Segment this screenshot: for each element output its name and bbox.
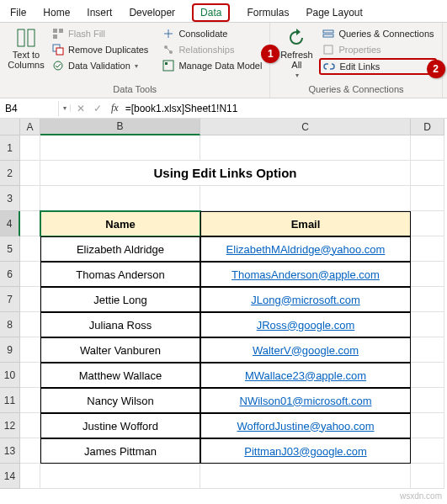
cell[interactable] — [411, 413, 444, 438]
name-cell[interactable]: Justine Wofford — [40, 413, 200, 438]
name-box[interactable]: B4 — [0, 101, 59, 116]
cell[interactable] — [20, 388, 40, 413]
cell[interactable] — [20, 413, 40, 438]
email-cell[interactable]: JLong@microsoft.com — [200, 287, 411, 312]
cell[interactable] — [20, 438, 40, 464]
row-header[interactable]: 10 — [0, 363, 20, 388]
formula-input[interactable]: =[book1.xlsx]Sheet1!N11 — [125, 103, 238, 114]
email-link[interactable]: ElizabethMAldridge@yahoo.com — [226, 243, 386, 256]
email-cell[interactable]: NWilson01@microsoft.com — [200, 388, 411, 413]
cell[interactable] — [411, 337, 444, 363]
properties-button[interactable]: Properties — [319, 42, 436, 57]
cell[interactable] — [411, 287, 444, 312]
manage-data-model-button[interactable]: Manage Data Model — [159, 58, 264, 73]
row-header[interactable]: 2 — [0, 161, 20, 186]
cell[interactable] — [411, 262, 444, 287]
row-header[interactable]: 5 — [0, 236, 20, 262]
tab-formulas[interactable]: Formulas — [238, 3, 297, 22]
name-cell[interactable]: James Pittman — [40, 438, 200, 464]
row-header[interactable]: 11 — [0, 388, 20, 413]
col-header-d[interactable]: D — [411, 119, 444, 135]
select-all-corner[interactable] — [0, 119, 20, 135]
cell[interactable] — [411, 135, 444, 161]
cell[interactable] — [40, 135, 200, 161]
name-cell[interactable]: Jettie Long — [40, 287, 200, 312]
chevron-down-icon[interactable]: ▾ — [60, 104, 71, 112]
email-link[interactable]: ThomasAnderson@apple.com — [231, 268, 380, 281]
cell[interactable] — [20, 186, 40, 211]
cell[interactable] — [20, 464, 40, 489]
email-link[interactable]: NWilson01@microsoft.com — [240, 395, 372, 407]
cell[interactable] — [20, 161, 40, 186]
email-cell[interactable]: WalterV@google.com — [200, 337, 411, 363]
cell[interactable] — [20, 262, 40, 287]
accept-formula-button[interactable]: ✓ — [91, 103, 104, 114]
email-cell[interactable]: MWallace23@apple.com — [200, 363, 411, 388]
tab-file[interactable]: File — [2, 3, 35, 22]
row-header[interactable]: 14 — [0, 464, 20, 489]
cell[interactable] — [20, 135, 40, 161]
relationships-button[interactable]: Relationships — [159, 42, 264, 57]
cell[interactable] — [20, 363, 40, 388]
row-header[interactable]: 8 — [0, 312, 20, 337]
row-header[interactable]: 6 — [0, 262, 20, 287]
cancel-formula-button[interactable]: ✕ — [74, 103, 88, 114]
tab-insert[interactable]: Insert — [78, 3, 120, 22]
header-email-cell[interactable]: Email — [200, 211, 411, 236]
row-header[interactable]: 9 — [0, 337, 20, 363]
email-link[interactable]: WoffordJustine@yahoo.com — [237, 420, 374, 432]
email-link[interactable]: JLong@microsoft.com — [251, 294, 360, 306]
name-cell[interactable]: Juliana Ross — [40, 312, 200, 337]
header-name-cell[interactable]: Name — [40, 211, 200, 236]
cell[interactable] — [411, 211, 444, 236]
row-header[interactable]: 7 — [0, 287, 20, 312]
data-validation-button[interactable]: Data Validation▾ — [49, 58, 151, 73]
cell[interactable] — [40, 464, 200, 489]
title-cell[interactable]: Using Edit Links Option — [40, 161, 411, 186]
queries-connections-button[interactable]: Queries & Connections — [319, 26, 436, 41]
col-header-b[interactable]: B — [40, 119, 200, 135]
email-link[interactable]: JRoss@google.com — [257, 319, 355, 332]
cell[interactable] — [411, 312, 444, 337]
cell[interactable] — [411, 236, 444, 262]
cell[interactable] — [411, 464, 444, 489]
email-cell[interactable]: WoffordJustine@yahoo.com — [200, 413, 411, 438]
name-cell[interactable]: Thomas Anderson — [40, 262, 200, 287]
name-cell[interactable]: Matthew Wallace — [40, 363, 200, 388]
flash-fill-button[interactable]: Flash Fill — [49, 26, 151, 41]
row-header[interactable]: 3 — [0, 186, 20, 211]
cell[interactable] — [20, 312, 40, 337]
name-cell[interactable]: Nancy Wilson — [40, 388, 200, 413]
name-cell[interactable]: Elizabeth Aldridge — [40, 236, 200, 262]
email-link[interactable]: MWallace23@apple.com — [245, 369, 366, 382]
text-to-columns-button[interactable]: Text to Columns — [5, 26, 47, 72]
consolidate-button[interactable]: Consolidate — [159, 26, 264, 41]
email-link[interactable]: PittmanJ03@google.com — [244, 445, 366, 458]
tab-page-layout[interactable]: Page Layout — [297, 3, 370, 22]
fx-icon[interactable]: fx — [108, 102, 122, 114]
cell[interactable] — [411, 161, 444, 186]
email-cell[interactable]: ThomasAnderson@apple.com — [200, 262, 411, 287]
row-header[interactable]: 1 — [0, 135, 20, 161]
cell[interactable] — [411, 438, 444, 464]
col-header-c[interactable]: C — [200, 119, 411, 135]
name-cell[interactable]: Walter Vanburen — [40, 337, 200, 363]
cell[interactable] — [40, 186, 200, 211]
refresh-all-button[interactable]: Refresh All▾ — [275, 26, 317, 81]
row-header[interactable]: 13 — [0, 438, 20, 464]
cell[interactable] — [200, 464, 411, 489]
cell[interactable] — [20, 287, 40, 312]
cell[interactable] — [20, 236, 40, 262]
row-header[interactable]: 4 — [0, 211, 20, 236]
email-cell[interactable]: JRoss@google.com — [200, 312, 411, 337]
edit-links-button[interactable]: Edit Links — [319, 58, 436, 75]
tab-developer[interactable]: Developer — [120, 3, 184, 22]
col-header-a[interactable]: A — [20, 119, 40, 135]
email-cell[interactable]: ElizabethMAldridge@yahoo.com — [200, 236, 411, 262]
remove-duplicates-button[interactable]: Remove Duplicates — [49, 42, 151, 57]
cell[interactable] — [20, 211, 40, 236]
cell[interactable] — [411, 363, 444, 388]
row-header[interactable]: 12 — [0, 413, 20, 438]
cell[interactable] — [200, 186, 411, 211]
tab-home[interactable]: Home — [35, 3, 78, 22]
